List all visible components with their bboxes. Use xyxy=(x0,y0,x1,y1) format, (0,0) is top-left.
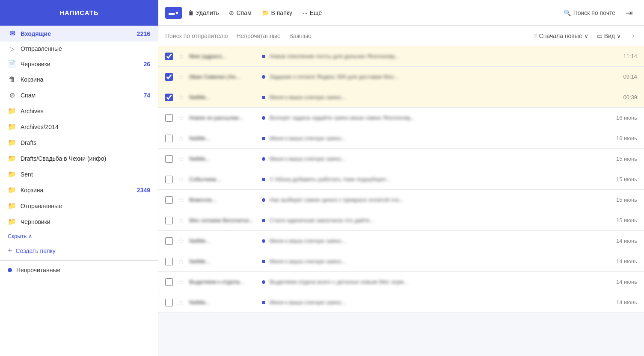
email-row[interactable]: ☆NetMe...Меня к ваша слегкую заяно...16 … xyxy=(158,128,644,149)
logout-icon: ⇥ xyxy=(626,8,633,18)
email-checkbox[interactable] xyxy=(165,94,173,101)
email-checkbox[interactable] xyxy=(165,217,173,224)
email-subject: Меня к ваша слегкую заяно... xyxy=(270,238,603,244)
delete-button[interactable]: 🗑 Удалить xyxy=(184,7,223,19)
email-time: 15 июнь xyxy=(607,156,637,162)
email-row[interactable]: ☆NetMe...Меня к ваша слегкую заяно...00:… xyxy=(158,87,644,108)
email-row[interactable]: ☆NetMe...Меня к ваша слегкую заяно...14 … xyxy=(158,251,644,272)
sidebar-item-trash2[interactable]: 📁 Корзина 2349 xyxy=(0,182,158,198)
email-row[interactable]: ☆Выделяем к отдела...Выделяем отдача все… xyxy=(158,272,644,292)
spam-icon: ⊘ xyxy=(229,9,234,16)
search-area[interactable]: 🔍 Поиск по почте xyxy=(559,7,620,19)
sidebar-unread-section[interactable]: Непрочитанные xyxy=(0,262,158,278)
star-icon[interactable]: ☆ xyxy=(177,298,185,306)
move-button[interactable]: 📁 В папку xyxy=(258,7,297,19)
email-time: 14 июнь xyxy=(607,299,637,306)
spam-button[interactable]: ⊘ Спам xyxy=(225,7,255,19)
email-sender: Мес оплаем бесплатно... xyxy=(189,217,258,224)
email-checkbox[interactable] xyxy=(165,176,173,183)
email-time: 15 июнь xyxy=(607,176,637,182)
email-checkbox[interactable] xyxy=(165,53,173,60)
star-icon[interactable]: ☆ xyxy=(177,196,185,204)
star-icon[interactable]: ☆ xyxy=(177,237,185,245)
email-checkbox[interactable] xyxy=(165,114,173,122)
star-icon[interactable]: ☆ xyxy=(177,93,185,101)
email-rows-container: ☆Мне (адресо...Новое поколение почты для… xyxy=(158,46,644,313)
sidebar-item-archives2014[interactable]: 📁 Archives/2014 xyxy=(0,119,158,135)
sidebar-item-sent3[interactable]: 📁 Отправленные xyxy=(0,198,158,214)
select-all-button[interactable]: ▬ ▾ xyxy=(165,7,182,19)
email-sender: NetMe... xyxy=(189,94,258,100)
star-icon[interactable]: ☆ xyxy=(177,257,185,265)
create-folder-button[interactable]: + Создать папку xyxy=(0,243,158,259)
email-row[interactable]: ☆NetMe...Меня к ваша слегкую заяно...15 … xyxy=(158,149,644,169)
email-sender: Мне (адресо... xyxy=(189,53,258,59)
unread-indicator xyxy=(262,198,265,202)
sort-button[interactable]: ≡ Сначала новые ∨ xyxy=(534,32,588,39)
sent-icon: ▷ xyxy=(8,45,16,52)
sidebar-item-spam[interactable]: ⊘ Спам 74 xyxy=(0,87,158,103)
star-icon[interactable]: ☆ xyxy=(177,175,185,183)
hide-link[interactable]: Скрыть ∧ xyxy=(0,229,158,243)
unread-indicator xyxy=(262,75,265,79)
email-list: Поиск по отправителю Непрочитанные Важны… xyxy=(158,26,644,356)
email-row[interactable]: ☆Вемсное...Нас выберет самое ценно с пре… xyxy=(158,190,644,210)
chevron-up-icon: ∧ xyxy=(28,233,33,239)
sender-search-btn[interactable]: Поиск по отправителю xyxy=(165,31,228,41)
email-subject: Меня к ваша слегкую заяно... xyxy=(270,135,603,141)
email-checkbox[interactable] xyxy=(165,299,173,306)
trash2-icon: 📁 xyxy=(8,186,16,194)
email-row[interactable]: ☆Новое из рассылки...Волнует задача зада… xyxy=(158,108,644,128)
email-checkbox[interactable] xyxy=(165,237,173,245)
unread-filter-btn[interactable]: Непрочитанные xyxy=(237,31,281,41)
email-checkbox[interactable] xyxy=(165,258,173,265)
sidebar-item-drafts[interactable]: 📄 Черновики 26 xyxy=(0,56,158,72)
sidebar-item-drafts-wedding[interactable]: 📁 Drafts/Свадьба в Чехии (инфо) xyxy=(0,150,158,166)
email-checkbox[interactable] xyxy=(165,278,173,286)
more-icon: ··· xyxy=(303,9,308,16)
email-row[interactable]: ☆Событием...У Абона добавить работать то… xyxy=(158,169,644,190)
email-subject: Меня к ваша слегкую заяно... xyxy=(270,156,603,162)
star-icon[interactable]: ☆ xyxy=(177,114,185,122)
sidebar-item-sent2[interactable]: 📁 Sent xyxy=(0,166,158,182)
more-button[interactable]: ··· Ещё xyxy=(298,7,326,19)
email-row[interactable]: ☆NetMe...Меня к ваша слегкую заяно...14 … xyxy=(158,231,644,251)
star-icon[interactable]: ☆ xyxy=(177,52,185,60)
sidebar-item-sent[interactable]: ▷ Отправленные xyxy=(0,41,158,56)
important-filter-btn[interactable]: Важные xyxy=(289,31,312,41)
star-icon[interactable]: ☆ xyxy=(177,216,185,224)
email-sender: Вемсное... xyxy=(189,197,258,203)
logout-button[interactable]: ⇥ xyxy=(621,5,637,21)
email-sender: NetMe... xyxy=(189,238,258,244)
email-subject: У Абона добавить работать тоже поднубнуе… xyxy=(270,176,603,182)
star-icon[interactable]: ☆ xyxy=(177,155,185,163)
unread-indicator xyxy=(262,55,265,58)
view-button[interactable]: ▭ Вид ∨ xyxy=(597,32,621,39)
sent2-icon: 📁 xyxy=(8,170,16,178)
nav-next-button[interactable]: › xyxy=(629,29,637,42)
compose-button[interactable]: НАПИСАТЬ xyxy=(0,0,158,26)
star-icon[interactable]: ☆ xyxy=(177,134,185,142)
email-row[interactable]: ☆Иван Сивенко (Ан...Задание к оплате Янд… xyxy=(158,67,644,87)
email-checkbox[interactable] xyxy=(165,196,173,204)
select-icon: ▬ xyxy=(169,9,175,16)
star-icon[interactable]: ☆ xyxy=(177,278,185,286)
sidebar-item-inbox[interactable]: ✉ Входящие 2216 xyxy=(0,26,158,41)
email-checkbox[interactable] xyxy=(165,73,173,81)
email-subject: Стало единичная закончила что дайте... xyxy=(270,217,603,224)
email-time: 14 июнь xyxy=(607,258,637,265)
star-icon[interactable]: ☆ xyxy=(177,73,185,81)
sidebar-item-drafts2[interactable]: 📁 Черновики xyxy=(0,214,158,229)
drafts-wedding-icon: 📁 xyxy=(8,154,16,162)
folder-icon: 📁 xyxy=(262,9,269,16)
email-checkbox[interactable] xyxy=(165,135,173,142)
email-row[interactable]: ☆NetMe...Меня к ваша слегкую заяно...14 … xyxy=(158,292,644,313)
sidebar-item-drafts-folder[interactable]: 📁 Drafts xyxy=(0,135,158,150)
email-row[interactable]: ☆Мне (адресо...Новое поколение почты для… xyxy=(158,46,644,67)
sidebar-item-trash[interactable]: 🗑 Корзина xyxy=(0,72,158,87)
unread-indicator xyxy=(262,178,265,181)
email-checkbox[interactable] xyxy=(165,155,173,163)
sidebar-item-archives[interactable]: 📁 Archives xyxy=(0,103,158,119)
email-row[interactable]: ☆Мес оплаем бесплатно...Стало единичная … xyxy=(158,210,644,231)
email-time: 15 июнь xyxy=(607,197,637,203)
